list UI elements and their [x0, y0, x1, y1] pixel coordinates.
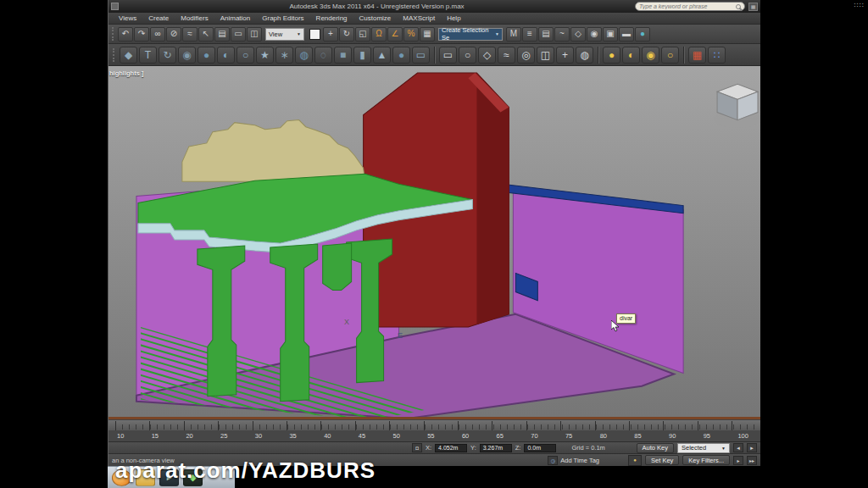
- crossing-toggle-icon[interactable]: ◫: [537, 47, 554, 64]
- frame-40: 40: [324, 432, 331, 440]
- mirror-icon[interactable]: M: [506, 27, 521, 42]
- pivot-center-icon[interactable]: ◍: [576, 47, 593, 64]
- cylinder-primitive-icon[interactable]: ▮: [353, 47, 371, 64]
- toolbar-separator: [683, 47, 684, 64]
- lasso-region-icon[interactable]: ≈: [498, 47, 515, 64]
- mouse-cursor: [611, 320, 620, 332]
- next-key-icon[interactable]: ▸▸: [747, 456, 757, 465]
- pin-tool-icon[interactable]: ◆: [120, 47, 137, 64]
- workspace-icon[interactable]: ▦: [748, 3, 758, 11]
- sky-light-icon[interactable]: ○: [661, 47, 679, 64]
- previous-frame-icon[interactable]: ◄: [733, 443, 743, 452]
- grid-icon[interactable]: ▦: [688, 47, 706, 64]
- next-frame-icon[interactable]: ►: [747, 443, 757, 452]
- menu-item-create[interactable]: Create: [142, 13, 175, 24]
- key-mode-dropdown[interactable]: Selected ▼: [677, 443, 730, 453]
- key-filters-button[interactable]: Key Filters...: [682, 455, 730, 465]
- spot-light-icon[interactable]: ◐: [622, 47, 640, 64]
- undo-icon[interactable]: ↶: [118, 27, 133, 42]
- grid-size-label: Grid = 0.1m: [571, 444, 604, 452]
- edit-named-selection-sets-icon[interactable]: ▦: [420, 27, 435, 42]
- search-icon[interactable]: [736, 4, 741, 9]
- menu-bar: ViewsCreateModifiersAnimationGraph Edito…: [108, 13, 760, 25]
- menu-item-views[interactable]: Views: [113, 13, 142, 24]
- paint-region-icon[interactable]: ◎: [517, 47, 535, 64]
- search-input[interactable]: [639, 3, 733, 9]
- cone-primitive-icon[interactable]: ▲: [373, 47, 391, 64]
- toolbar-grip[interactable]: [112, 27, 115, 41]
- track-bar-numbers[interactable]: 101520253035404550556065707580859095100: [108, 430, 760, 441]
- selection-filter-swatch[interactable]: [309, 29, 320, 40]
- auto-key-button[interactable]: Auto Key: [637, 443, 674, 453]
- dot-grid-icon[interactable]: ∷: [708, 47, 726, 64]
- select-by-name-icon[interactable]: ▤: [214, 27, 230, 42]
- rotate-tool-icon[interactable]: ↻: [159, 47, 176, 64]
- menu-item-graph-editors[interactable]: Graph Editors: [256, 13, 309, 24]
- fence-region-icon[interactable]: ◇: [478, 47, 496, 64]
- key-step-mode-icon[interactable]: ▸: [733, 456, 743, 465]
- y-coordinate-field[interactable]: 3.267m: [480, 444, 512, 452]
- globe-tool-icon[interactable]: ◍: [295, 47, 313, 64]
- redo-icon[interactable]: ↷: [134, 27, 149, 42]
- menu-item-help[interactable]: Help: [441, 13, 466, 24]
- gear-tool-icon[interactable]: ∗: [275, 47, 293, 64]
- x-coordinate-field[interactable]: 4.052m: [435, 444, 467, 452]
- render-setup-icon[interactable]: ▣: [603, 27, 618, 42]
- schematic-view-icon[interactable]: ◇: [570, 27, 586, 42]
- toolbar-grip[interactable]: [113, 48, 116, 62]
- eye-tool-icon[interactable]: ◉: [178, 47, 196, 64]
- frame-60: 60: [462, 432, 469, 440]
- circle-region-icon[interactable]: ○: [459, 47, 476, 64]
- layer-manager-icon[interactable]: ▤: [538, 27, 554, 42]
- track-bar-ruler[interactable]: [108, 419, 760, 430]
- view-dropdown[interactable]: View ▼: [265, 28, 304, 41]
- select-and-move-icon[interactable]: +: [323, 27, 338, 42]
- set-key-button[interactable]: Set Key: [645, 455, 679, 465]
- menu-item-customize[interactable]: Customize: [353, 13, 398, 24]
- unlink-selection-icon[interactable]: ⊘: [166, 27, 181, 42]
- text-tool-icon[interactable]: T: [139, 47, 157, 64]
- infocenter-search[interactable]: [635, 2, 745, 11]
- curve-editor-icon[interactable]: ~: [554, 27, 570, 42]
- align-icon[interactable]: ≡: [522, 27, 537, 42]
- teapot-primitive-icon[interactable]: ●: [392, 47, 410, 64]
- rendered-frame-window-icon[interactable]: ▬: [619, 27, 634, 42]
- rectangular-selection-region-icon[interactable]: ▭: [231, 27, 246, 42]
- plane-primitive-icon[interactable]: ▭: [412, 47, 430, 64]
- render-production-icon[interactable]: ●: [635, 27, 650, 42]
- ring-primitive-icon[interactable]: ○: [236, 47, 254, 64]
- select-and-scale-icon[interactable]: ◱: [355, 27, 370, 42]
- select-and-rotate-icon[interactable]: ↻: [339, 27, 354, 42]
- z-coordinate-field[interactable]: 0.0m: [524, 444, 556, 452]
- bind-to-space-warp-icon[interactable]: ≈: [182, 27, 198, 42]
- add-time-tag[interactable]: ◷ Add Time Tag: [548, 456, 599, 465]
- sphere-primitive-icon[interactable]: ●: [198, 47, 215, 64]
- green-arch-stub-object[interactable]: [323, 243, 352, 291]
- disc-tool-icon[interactable]: ◌: [314, 47, 332, 64]
- star-shape-icon[interactable]: ★: [256, 47, 274, 64]
- rect-region-icon[interactable]: ▭: [439, 47, 457, 64]
- angle-snap-toggle-icon[interactable]: ∠: [387, 27, 403, 42]
- manipulator-icon[interactable]: +: [556, 47, 574, 64]
- perspective-viewport[interactable]: highlights ] X E divar: [108, 66, 760, 417]
- box-primitive-icon[interactable]: ■: [334, 47, 352, 64]
- set-keys-key-icon[interactable]: ●: [628, 455, 642, 466]
- snaps-toggle-icon[interactable]: Ω: [371, 27, 387, 42]
- direct-light-icon[interactable]: ◉: [642, 47, 659, 64]
- viewcube[interactable]: [714, 84, 760, 127]
- menu-item-maxscript[interactable]: MAXScript: [397, 13, 441, 24]
- menu-item-animation[interactable]: Animation: [214, 13, 257, 24]
- selection-lock-icon[interactable]: ◘: [412, 443, 422, 452]
- hemisphere-primitive-icon[interactable]: ◐: [217, 47, 235, 64]
- chevron-down-icon: ▼: [721, 446, 726, 451]
- menu-item-rendering[interactable]: Rendering: [310, 13, 353, 24]
- select-and-link-icon[interactable]: ∞: [150, 27, 165, 42]
- omni-light-icon[interactable]: ●: [603, 47, 620, 64]
- named-selection-set-combo[interactable]: Create Selection Se ▼: [438, 28, 503, 41]
- menu-item-modifiers[interactable]: Modifiers: [175, 13, 214, 24]
- material-editor-icon[interactable]: ◉: [587, 27, 602, 42]
- select-object-icon[interactable]: ↖: [198, 27, 214, 42]
- percent-snap-toggle-icon[interactable]: %: [403, 27, 419, 42]
- tan-ruin-object[interactable]: [182, 120, 365, 182]
- window-crossing-toggle-icon[interactable]: ◫: [247, 27, 262, 42]
